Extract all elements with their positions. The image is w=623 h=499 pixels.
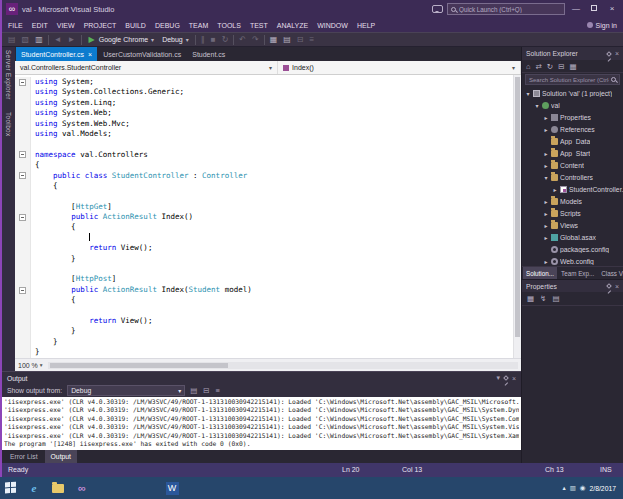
fold-marker-icon[interactable]	[19, 151, 26, 158]
expander-icon[interactable]: ▸	[543, 258, 549, 265]
tree-item-web-config[interactable]: ▸Web.config	[522, 255, 623, 266]
close-icon[interactable]: ×	[615, 50, 619, 57]
pane-tab-error-list[interactable]: Error List	[4, 450, 44, 463]
tree-item-content[interactable]: ▸Content	[522, 159, 623, 171]
menu-item-help[interactable]: HELP	[357, 22, 375, 29]
menu-item-window[interactable]: WINDOW	[317, 22, 348, 29]
tree-item-controllers[interactable]: ▾Controllers	[522, 171, 623, 183]
find-in-files-icon[interactable]: ▦	[269, 33, 279, 46]
close-button[interactable]: ×	[605, 1, 619, 17]
menu-item-team[interactable]: TEAM	[189, 22, 208, 29]
fold-marker-icon[interactable]	[19, 287, 26, 294]
menu-item-tools[interactable]: TOOLS	[217, 22, 241, 29]
navigate-forward-icon[interactable]: ►	[67, 33, 77, 46]
file-explorer-icon[interactable]	[50, 480, 66, 496]
menu-item-build[interactable]: BUILD	[125, 22, 146, 29]
visual-studio-icon[interactable]: ∞	[74, 480, 90, 496]
new-file-icon[interactable]: ▤	[7, 33, 17, 46]
code-editor[interactable]: using System;using System.Collections.Ge…	[15, 75, 521, 358]
property-pages-icon[interactable]: ▤	[552, 294, 559, 303]
editor-tab-student-cs[interactable]: Student.cs	[187, 47, 230, 61]
output-source-select[interactable]: Debug ▾	[67, 385, 185, 396]
save-icon[interactable]: ▥	[34, 33, 44, 46]
tray-show-hidden-icon[interactable]: ▴	[562, 484, 565, 492]
fold-marker-icon[interactable]	[19, 172, 26, 179]
navigate-back-icon[interactable]: ◄	[53, 33, 63, 46]
start-button[interactable]	[5, 481, 18, 495]
expander-icon[interactable]: ▸	[543, 150, 549, 157]
member-dropdown[interactable]: Index() ▾	[278, 61, 521, 74]
tree-item-properties[interactable]: ▸Properties	[522, 111, 623, 123]
expander-icon[interactable]: ▾	[525, 90, 531, 97]
word-wrap-icon[interactable]: ≡	[216, 386, 220, 395]
type-dropdown[interactable]: val.Controllers.StudentController ▾	[15, 61, 278, 74]
home-icon[interactable]: ⌂	[526, 62, 531, 71]
tray-volume-icon[interactable]: ◉	[580, 484, 586, 492]
tree-item-packages-config[interactable]: packages.config	[522, 243, 623, 255]
stop-icon[interactable]: ■	[210, 33, 217, 46]
fold-marker-icon[interactable]	[19, 214, 26, 221]
start-debug-button[interactable]: ▶ Google Chrome ▾	[86, 33, 157, 46]
tree-item-val[interactable]: ▾val	[522, 99, 623, 111]
tree-item-studentcontroller-cs[interactable]: ▸StudentController.cs	[522, 183, 623, 195]
tree-item-scripts[interactable]: ▸Scripts	[522, 207, 623, 219]
editor-tab-studentcontroller-cs[interactable]: StudentController.cs×	[16, 47, 97, 61]
editor-horizontal-scrollbar[interactable]	[48, 362, 518, 369]
menu-item-analyze[interactable]: ANALYZE	[277, 22, 308, 29]
pane-tab-output[interactable]: Output	[45, 450, 77, 463]
properties-icon[interactable]: ▦	[569, 62, 576, 71]
bookmark-icon[interactable]: ≡	[309, 33, 316, 46]
categorized-icon[interactable]: ▦	[527, 294, 534, 303]
collapse-all-icon[interactable]: ⊟	[558, 62, 564, 71]
expander-icon[interactable]: ▸	[543, 234, 549, 241]
sign-in-link[interactable]: Sign in	[596, 22, 617, 29]
expander-icon[interactable]: ▸	[543, 126, 549, 133]
tree-item-app-data[interactable]: App_Data	[522, 135, 623, 147]
search-input[interactable]: Search Solution Explorer (Ctrl+;)	[525, 74, 620, 85]
refresh-icon[interactable]: ↻	[547, 62, 553, 71]
pin-icon[interactable]	[606, 283, 612, 289]
side-tab-toolbox[interactable]: Toolbox	[5, 112, 12, 137]
restart-icon[interactable]: ↻	[221, 33, 230, 46]
menu-item-view[interactable]: VIEW	[57, 22, 75, 29]
tree-item-solution-val-1-project[interactable]: ▾Solution 'val' (1 project)	[522, 87, 623, 99]
side-tab-server-explorer[interactable]: Server Explorer	[5, 50, 12, 100]
menu-item-project[interactable]: PROJECT	[84, 22, 117, 29]
pin-icon[interactable]	[503, 375, 509, 381]
menu-item-edit[interactable]: EDIT	[32, 22, 48, 29]
expander-icon[interactable]: ▾	[534, 102, 540, 109]
pause-icon[interactable]: ∥	[200, 33, 206, 46]
pin-icon[interactable]	[606, 51, 612, 57]
minimize-button[interactable]: —	[569, 1, 583, 17]
fold-marker-icon[interactable]	[19, 79, 26, 86]
close-icon[interactable]: ×	[512, 375, 516, 382]
sync-icon[interactable]: ⇄	[536, 62, 542, 71]
uncomment-icon[interactable]: ⊟	[296, 33, 305, 46]
open-file-icon[interactable]: ▧	[21, 33, 31, 46]
menu-item-test[interactable]: TEST	[250, 22, 268, 29]
pane-tab-team-exp[interactable]: Team Exp...	[558, 267, 597, 279]
editor-vertical-scrollbar[interactable]	[513, 75, 521, 358]
feedback-icon[interactable]	[432, 5, 443, 13]
pane-tab-class-view[interactable]: Class View	[598, 267, 623, 279]
expander-icon[interactable]: ▸	[543, 198, 549, 205]
scrollbar-thumb[interactable]	[515, 77, 520, 337]
close-icon[interactable]: ×	[615, 283, 619, 290]
internet-explorer-icon[interactable]: e	[26, 480, 42, 496]
comment-icon[interactable]: ▤	[282, 33, 292, 46]
expander-icon[interactable]: ▸	[543, 222, 549, 229]
menu-item-debug[interactable]: DEBUG	[155, 22, 180, 29]
tree-item-app-start[interactable]: ▸App_Start	[522, 147, 623, 159]
tree-item-models[interactable]: ▸Models	[522, 195, 623, 207]
tree-item-global-asax[interactable]: ▸Global.asax	[522, 231, 623, 243]
editor-tab-usercustomvalidation-cs[interactable]: UserCustomValidation.cs	[98, 47, 186, 61]
expander-icon[interactable]: ▸	[552, 186, 558, 193]
close-icon[interactable]: ×	[88, 51, 92, 58]
chevron-down-icon[interactable]: ▾	[496, 374, 500, 382]
expander-icon[interactable]: ▾	[543, 174, 549, 181]
word-icon[interactable]: W	[164, 480, 180, 496]
expander-icon[interactable]: ▸	[543, 210, 549, 217]
expander-icon[interactable]: ▸	[543, 162, 549, 169]
tree-item-references[interactable]: ▸References	[522, 123, 623, 135]
quick-launch-input[interactable]: Quick Launch (Ctrl+Q)	[447, 3, 565, 15]
